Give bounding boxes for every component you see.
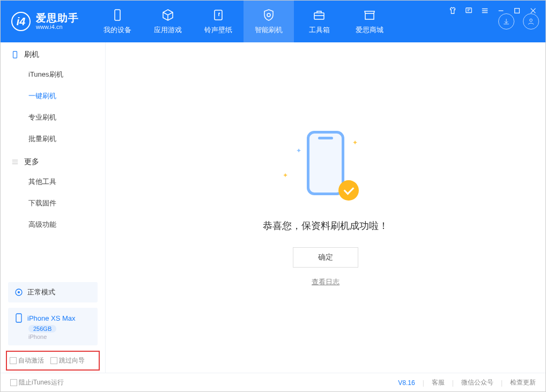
view-log-link[interactable]: 查看日志 — [312, 277, 340, 287]
tab-flash[interactable]: 智能刷机 — [244, 1, 294, 42]
mode-icon — [14, 288, 23, 297]
phone-icon — [110, 8, 124, 22]
device-icon — [11, 51, 19, 58]
success-message: 恭喜您，保资料刷机成功啦！ — [263, 219, 388, 232]
tab-label: 智能刷机 — [255, 25, 283, 35]
close-icon[interactable] — [528, 5, 538, 16]
app-subtitle: www.i4.cn — [36, 24, 79, 30]
svg-rect-1 — [215, 10, 222, 20]
success-illustration: ✦ ✦ ✦ — [283, 128, 368, 203]
sidebar: 刷机 iTunes刷机 一键刷机 专业刷机 批量刷机 更多 其他工具 下载固件 … — [1, 42, 106, 373]
main-content: ✦ ✦ ✦ 恭喜您，保资料刷机成功啦！ 确定 查看日志 — [106, 42, 545, 373]
skip-guide-checkbox[interactable]: 跳过向导 — [50, 356, 85, 365]
cube-icon — [161, 8, 175, 22]
sidebar-item-batch-flash[interactable]: 批量刷机 — [1, 128, 105, 150]
block-itunes-checkbox[interactable]: 阻止iTunes运行 — [10, 378, 64, 387]
confirm-button[interactable]: 确定 — [293, 247, 358, 268]
phone-graphic — [307, 131, 344, 195]
svg-point-8 — [18, 291, 20, 293]
app-logo: i4 爱思助手 www.i4.cn — [11, 12, 79, 31]
minimize-icon[interactable] — [496, 5, 506, 16]
tab-label: 工具箱 — [309, 25, 330, 35]
sidebar-item-pro-flash[interactable]: 专业刷机 — [1, 107, 105, 128]
checkmark-badge-icon — [338, 180, 359, 201]
device-mode-text: 正常模式 — [27, 287, 55, 297]
svg-rect-0 — [115, 10, 120, 20]
maximize-icon[interactable] — [512, 5, 522, 16]
svg-rect-2 — [314, 13, 324, 19]
toolbox-icon — [312, 8, 326, 22]
status-bar: 阻止iTunes运行 V8.16 | 客服 | 微信公众号 | 检查更新 — [1, 373, 545, 392]
device-mode-box[interactable]: 正常模式 — [8, 282, 98, 302]
app-header: i4 爱思助手 www.i4.cn 我的设备 应用游戏 铃声壁纸 智能刷机 工具… — [1, 1, 545, 42]
check-update-link[interactable]: 检查更新 — [510, 378, 536, 387]
tab-my-device[interactable]: 我的设备 — [92, 1, 143, 42]
auto-activate-checkbox[interactable]: 自动激活 — [10, 356, 44, 365]
tab-label: 应用游戏 — [154, 25, 182, 35]
window-controls — [447, 5, 538, 16]
device-name: iPhone XS Max — [27, 314, 76, 322]
sidebar-item-itunes-flash[interactable]: iTunes刷机 — [1, 64, 105, 85]
app-title: 爱思助手 — [36, 13, 79, 24]
svg-point-5 — [530, 19, 533, 21]
svg-rect-6 — [13, 51, 17, 58]
shirt-icon[interactable] — [447, 5, 458, 16]
main-tabs: 我的设备 应用游戏 铃声壁纸 智能刷机 工具箱 爱思商城 — [92, 1, 395, 42]
phone-outline-icon — [14, 313, 23, 323]
sidebar-section-flash: 刷机 — [1, 42, 105, 64]
device-info-box[interactable]: iPhone XS Max 256GB iPhone — [8, 308, 98, 345]
tab-apps[interactable]: 应用游戏 — [143, 1, 193, 42]
device-capacity: 256GB — [28, 325, 56, 332]
flash-options-highlighted: 自动激活 跳过向导 — [6, 351, 100, 371]
shield-refresh-icon — [262, 8, 276, 22]
sidebar-item-other-tools[interactable]: 其他工具 — [1, 171, 105, 193]
list-icon — [11, 158, 19, 166]
tab-store[interactable]: 爱思商城 — [344, 1, 395, 42]
shop-icon — [363, 8, 377, 22]
device-type: iPhone — [28, 334, 91, 340]
tab-label: 我的设备 — [104, 25, 131, 35]
version-label: V8.16 — [398, 379, 415, 387]
sidebar-item-download-firmware[interactable]: 下载固件 — [1, 193, 105, 214]
sidebar-item-oneclick-flash[interactable]: 一键刷机 — [1, 85, 105, 107]
svg-rect-3 — [466, 8, 472, 13]
tab-label: 铃声壁纸 — [204, 25, 232, 35]
tab-label: 爱思商城 — [356, 25, 383, 35]
logo-icon: i4 — [11, 12, 31, 31]
sidebar-section-more: 更多 — [1, 150, 105, 171]
wechat-link[interactable]: 微信公众号 — [461, 378, 493, 387]
svg-rect-9 — [16, 314, 21, 322]
sidebar-item-advanced[interactable]: 高级功能 — [1, 214, 105, 235]
feedback-icon[interactable] — [463, 5, 474, 16]
music-file-icon — [211, 8, 225, 22]
tab-ringtones[interactable]: 铃声壁纸 — [193, 1, 244, 42]
svg-rect-4 — [515, 9, 520, 13]
tab-toolbox[interactable]: 工具箱 — [294, 1, 344, 42]
support-link[interactable]: 客服 — [432, 378, 445, 387]
menu-icon[interactable] — [479, 5, 490, 16]
